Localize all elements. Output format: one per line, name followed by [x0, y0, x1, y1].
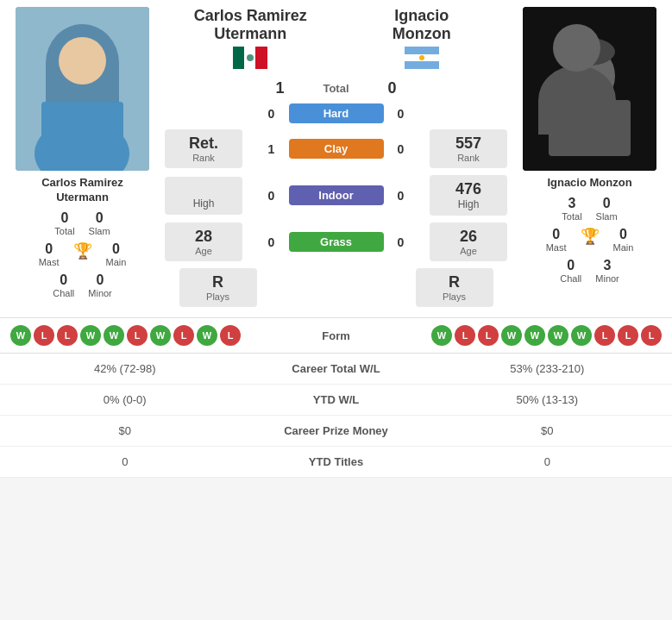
hard-row: 0 Hard 0: [260, 103, 413, 123]
right-main-label: Main: [613, 242, 634, 253]
form-badge-right-l: L: [594, 325, 615, 346]
hard-button[interactable]: Hard: [289, 103, 384, 123]
indoor-right-score: 0: [389, 189, 413, 203]
left-rank-box: Ret. Rank: [165, 129, 242, 168]
left-minor-label: Minor: [88, 288, 112, 298]
left-slam-value: 0: [96, 210, 104, 226]
left-main-value: 0: [112, 241, 120, 257]
form-badge-right-l: L: [641, 325, 662, 346]
left-total-value: 0: [61, 210, 69, 226]
right-high-box: 476 High: [430, 175, 507, 216]
right-stats-row1: 3 Total 0 Slam: [514, 196, 665, 222]
clay-right-score: 0: [389, 142, 413, 156]
clay-left-score: 1: [260, 142, 284, 156]
total-right-score: 0: [380, 79, 405, 97]
bottom-right-0: 53% (233-210): [423, 362, 673, 375]
left-stats-row2: 0 Mast 🏆 0 Main: [7, 241, 158, 267]
right-flag: [405, 47, 439, 69]
right-slam-value: 0: [603, 196, 611, 211]
clay-row: 1 Clay 0: [246, 139, 426, 159]
left-plays-label: Plays: [186, 291, 250, 302]
right-total-value: 3: [568, 196, 576, 211]
svg-point-3: [56, 47, 108, 105]
form-badge-right-w: W: [501, 325, 522, 346]
right-minor-value: 3: [604, 258, 612, 273]
bottom-center-3: YTD Titles: [250, 455, 423, 468]
right-plays-box: R Plays: [416, 268, 493, 307]
right-total-label: Total: [562, 211, 581, 222]
indoor-button[interactable]: Indoor: [289, 185, 384, 205]
grass-button[interactable]: Grass: [289, 232, 384, 252]
svg-rect-17: [549, 100, 631, 156]
svg-point-13: [419, 55, 424, 60]
form-badge-left-l: L: [127, 325, 148, 346]
svg-rect-10: [405, 47, 439, 54]
right-form-badges: WLLWWWWLLL: [431, 325, 662, 346]
left-player-card: Carlos Ramirez Utermann 0 Total 0 Slam 0…: [7, 7, 158, 310]
left-slam-stat: 0 Slam: [89, 210, 110, 236]
left-plays-box: R Plays: [179, 268, 257, 307]
total-left-score: 1: [268, 79, 292, 97]
right-plays-value: R: [423, 273, 487, 291]
left-minor-value: 0: [97, 272, 104, 288]
right-main-stat: 0 Main: [613, 227, 634, 253]
right-chall-stat: 0 Chall: [560, 258, 581, 284]
hard-right-score: 0: [389, 107, 413, 121]
form-badge-right-w: W: [431, 325, 452, 346]
right-chall-value: 0: [567, 258, 575, 273]
left-chall-value: 0: [60, 272, 67, 288]
right-minor-stat: 3 Minor: [595, 258, 619, 284]
bottom-left-3: 0: [0, 455, 250, 468]
right-chall-label: Chall: [560, 273, 581, 284]
right-plays-label: Plays: [423, 291, 487, 302]
bottom-right-2: $0: [423, 424, 673, 437]
bottom-right-1: 50% (13-13): [423, 393, 673, 406]
left-chall-label: Chall: [53, 288, 74, 298]
right-age-value: 26: [436, 228, 500, 246]
right-high-label: High: [436, 198, 500, 210]
form-badge-left-w: W: [10, 325, 31, 346]
right-rank-box: 557 Rank: [430, 129, 507, 168]
bottom-left-0: 42% (72-98): [0, 362, 250, 375]
left-high-label: High: [172, 197, 236, 210]
right-stats-row2: 0 Mast 🏆 0 Main: [514, 227, 665, 253]
left-main-stat: 0 Main: [106, 241, 127, 267]
hard-left-score: 0: [260, 107, 284, 121]
right-minor-label: Minor: [595, 273, 619, 284]
left-slam-label: Slam: [89, 226, 110, 236]
form-badge-left-l: L: [57, 325, 78, 346]
left-rank-label: Rank: [172, 153, 236, 163]
form-badge-left-w: W: [104, 325, 124, 346]
bottom-row-1: 0% (0-0)YTD W/L50% (13-13): [0, 385, 672, 416]
bottom-row-0: 42% (72-98)Career Total W/L53% (233-210): [0, 354, 672, 385]
left-age-value: 28: [172, 228, 236, 246]
right-mast-label: Mast: [546, 242, 567, 253]
bottom-table: 42% (72-98)Career Total W/L53% (233-210)…: [0, 353, 672, 478]
form-badge-left-l: L: [173, 325, 194, 346]
form-badge-left-l: L: [220, 325, 241, 346]
left-form-badges: WLLWWLWLWL: [10, 325, 241, 346]
left-rank-value: Ret.: [172, 135, 236, 153]
right-mast-stat: 0 Mast: [546, 227, 567, 253]
form-badge-right-w: W: [571, 325, 592, 346]
bottom-right-3: 0: [423, 455, 673, 468]
left-trophy-icon: 🏆: [73, 241, 92, 267]
form-badge-right-l: L: [455, 325, 475, 346]
svg-rect-5: [41, 102, 123, 153]
left-age-label: Age: [172, 246, 236, 256]
left-plays-value: R: [186, 273, 250, 291]
left-age-box: 28 Age: [165, 222, 242, 261]
right-rank-value: 557: [436, 135, 500, 153]
left-high-box: High: [165, 177, 242, 215]
left-total-stat: 0 Total: [54, 210, 74, 236]
left-mast-value: 0: [45, 241, 53, 257]
right-player-card: Ignacio Monzon 3 Total 0 Slam 0 Mast 🏆: [514, 7, 665, 310]
bottom-center-1: YTD W/L: [250, 393, 423, 406]
left-chall-stat: 0 Chall: [53, 272, 74, 298]
svg-rect-8: [255, 47, 267, 69]
right-player-name: Ignacio Monzon: [547, 176, 631, 191]
svg-point-4: [56, 39, 108, 70]
clay-button[interactable]: Clay: [289, 139, 384, 159]
svg-point-9: [247, 54, 254, 61]
form-badge-left-w: W: [150, 325, 171, 346]
